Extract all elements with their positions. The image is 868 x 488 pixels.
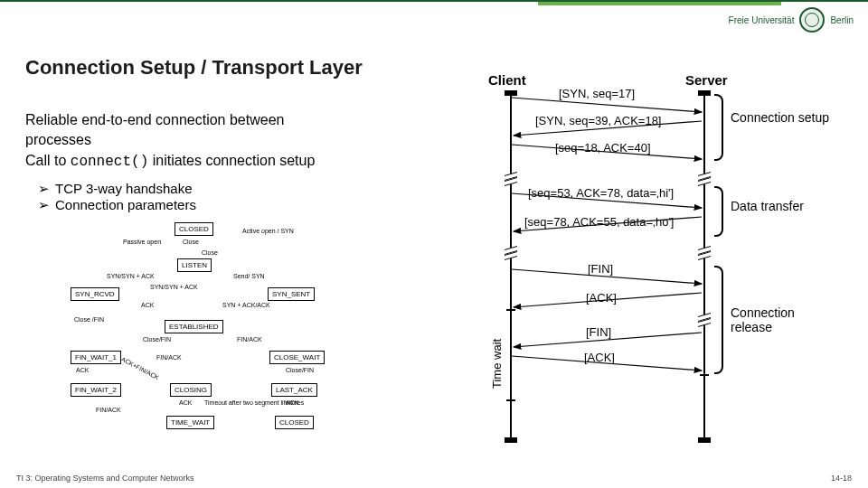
state-close-wait: CLOSE_WAIT <box>269 351 325 364</box>
label-active-open-syn: Active open / SYN <box>242 228 294 234</box>
sequence-diagram: Client Server [SYN, seq=17] [SYN, seq=39… <box>452 72 841 452</box>
label-synack-ack: SYN + ACK/ACK <box>222 302 270 308</box>
msg-5: [seq=78, ACK=55, data=‚ho'] <box>524 215 674 229</box>
body-code: connect() <box>71 154 148 170</box>
label-close-fin-3: Close/FIN <box>286 367 314 373</box>
msg-9: [ACK] <box>584 351 615 364</box>
uni-name: Freie Universität <box>729 15 795 25</box>
break-icon <box>698 314 711 325</box>
label-fin-ack-3: FIN/ACK <box>96 407 121 413</box>
university-logo: Freie Universität Berlin <box>729 7 854 33</box>
slide-title: Connection Setup / Transport Layer <box>25 56 363 80</box>
break-icon <box>698 174 711 184</box>
label-close-fin-2: Close/FIN <box>143 336 171 343</box>
body-line2: Call to <box>25 153 66 168</box>
uni-city: Berlin <box>830 15 854 25</box>
label-send-syn: Send/ SYN <box>233 273 265 279</box>
body-text: Reliable end-to-end connection between p… <box>25 110 351 172</box>
msg-7: [ACK] <box>586 291 617 305</box>
msg-2: [SYN, seq=39, ACK=18] <box>535 114 661 127</box>
msg-3: [seq=18, ACK=40] <box>555 141 651 155</box>
tcp-state-machine: CLOSED Passive open Close Active open / … <box>43 222 360 448</box>
msg-4: [seq=53, ACK=78, data=‚hi'] <box>528 186 674 200</box>
brace-data <box>714 186 723 237</box>
brace-label-setup: Connection setup <box>731 110 830 125</box>
bullet-2: Connection parameters <box>38 197 196 213</box>
tick-icon <box>506 309 515 311</box>
msg-1: [SYN, seq=17] <box>559 87 635 100</box>
state-listen: LISTEN <box>177 258 212 272</box>
label-syn-synack: SYN/SYN + ACK <box>107 273 155 279</box>
bullet-list: TCP 3-way handshake Connection parameter… <box>38 181 196 213</box>
state-established: ESTABLISHED <box>165 320 223 333</box>
state-syn-rcvd: SYN_RCVD <box>71 287 119 301</box>
break-icon <box>505 174 517 184</box>
break-icon <box>505 248 517 258</box>
brace-release <box>714 266 723 374</box>
label-synsynack2: SYN/SYN + ACK <box>150 284 198 290</box>
label-ack-3: ACK <box>179 399 192 406</box>
bullet-1: TCP 3-way handshake <box>38 181 196 197</box>
footer-right: 14-18 <box>831 474 852 483</box>
label-fin-ack-2: FIN/ACK <box>156 354 182 361</box>
body-line3: initiates connection setup <box>153 153 316 168</box>
label-timeout: Timeout after two segment lifetimes <box>204 399 268 406</box>
brace-label-data: Data transfer <box>731 199 830 213</box>
label-ack: ACK <box>141 302 154 308</box>
timewait-label: Time wait <box>490 339 504 389</box>
label-fin-ack-1: FIN/ACK <box>237 336 262 343</box>
uni-seal-icon <box>799 7 825 33</box>
tick-icon <box>506 399 515 401</box>
state-closing: CLOSING <box>170 383 212 397</box>
label-close-1: Close <box>183 239 199 245</box>
state-last-ack: LAST_ACK <box>271 383 317 397</box>
break-icon <box>698 248 711 258</box>
label-close-fin-1: Close /FIN <box>74 316 104 323</box>
brace-label-release: Connection release <box>731 305 830 334</box>
state-syn-sent: SYN_SENT <box>268 287 315 301</box>
state-closed-top: CLOSED <box>175 222 213 236</box>
msg-8: [FIN] <box>586 325 611 339</box>
brace-setup <box>714 94 723 161</box>
footer-left: TI 3: Operating Systems and Computer Net… <box>16 474 194 483</box>
state-closed-bot: CLOSED <box>275 416 314 429</box>
msg-6: [FIN] <box>588 262 613 276</box>
label-ack-2: ACK <box>76 367 89 373</box>
accent-bar <box>538 2 781 5</box>
arrows-svg <box>452 72 841 452</box>
label-ack-finack: ACK+FIN/ACK <box>120 356 160 381</box>
state-fin-wait-1: FIN_WAIT_1 <box>71 351 121 364</box>
tick-icon <box>700 374 709 376</box>
label-passive-open: Passive open <box>123 239 161 245</box>
body-line1: Reliable end-to-end connection between p… <box>25 112 284 147</box>
label-close-2: Close <box>202 249 218 256</box>
state-time-wait: TIME_WAIT <box>166 416 214 429</box>
state-fin-wait-2: FIN_WAIT_2 <box>71 383 121 397</box>
